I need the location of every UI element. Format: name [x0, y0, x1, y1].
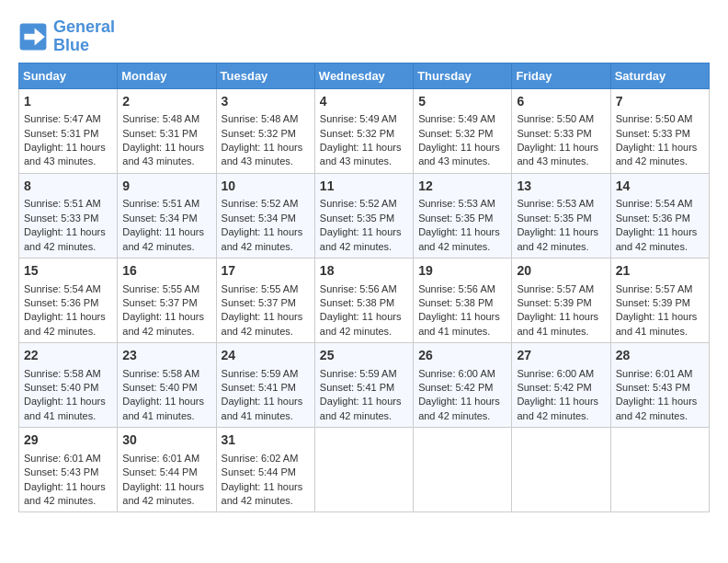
sunrise-text: Sunrise: 5:56 AM	[418, 283, 495, 294]
calendar-header-tuesday: Tuesday	[216, 63, 314, 88]
sunrise-text: Sunrise: 6:01 AM	[616, 368, 693, 379]
calendar-week-row: 1Sunrise: 5:47 AMSunset: 5:31 PMDaylight…	[19, 88, 710, 173]
daylight-text: Daylight: 11 hours and 42 minutes.	[517, 396, 598, 420]
daylight-text: Daylight: 11 hours and 41 minutes.	[222, 396, 303, 420]
sunset-text: Sunset: 5:36 PM	[24, 297, 98, 308]
sunrise-text: Sunrise: 5:52 AM	[222, 198, 299, 209]
sunrise-text: Sunrise: 5:55 AM	[222, 283, 299, 294]
calendar-cell: 20Sunrise: 5:57 AMSunset: 5:39 PMDayligh…	[512, 258, 610, 342]
sunset-text: Sunset: 5:31 PM	[122, 128, 197, 139]
calendar-header-saturday: Saturday	[610, 63, 709, 88]
sunrise-text: Sunrise: 5:54 AM	[24, 283, 101, 294]
day-number: 16	[122, 262, 210, 281]
sunset-text: Sunset: 5:39 PM	[517, 297, 591, 308]
daylight-text: Daylight: 11 hours and 41 minutes.	[122, 396, 204, 420]
day-number: 14	[616, 178, 704, 196]
sunrise-text: Sunrise: 5:49 AM	[418, 113, 495, 124]
calendar-week-row: 22Sunrise: 5:58 AMSunset: 5:40 PMDayligh…	[19, 343, 710, 428]
sunrise-text: Sunrise: 5:58 AM	[122, 368, 199, 379]
sunrise-text: Sunrise: 5:50 AM	[517, 113, 594, 124]
day-number: 12	[418, 178, 506, 196]
day-number: 27	[517, 347, 605, 365]
sunrise-text: Sunrise: 5:53 AM	[418, 198, 495, 209]
sunset-text: Sunset: 5:39 PM	[616, 297, 690, 308]
calendar-cell: 13Sunrise: 5:53 AMSunset: 5:35 PMDayligh…	[512, 173, 610, 258]
sunset-text: Sunset: 5:42 PM	[517, 382, 591, 393]
day-number: 20	[517, 262, 605, 281]
day-number: 13	[517, 178, 605, 196]
daylight-text: Daylight: 11 hours and 41 minutes.	[517, 311, 598, 336]
sunset-text: Sunset: 5:33 PM	[616, 128, 690, 139]
sunset-text: Sunset: 5:35 PM	[517, 213, 591, 224]
calendar-header-thursday: Thursday	[414, 63, 512, 88]
sunrise-text: Sunrise: 5:57 AM	[517, 283, 594, 294]
sunrise-text: Sunrise: 5:51 AM	[122, 198, 199, 209]
calendar-cell: 22Sunrise: 5:58 AMSunset: 5:40 PMDayligh…	[19, 343, 118, 428]
sunset-text: Sunset: 5:36 PM	[616, 213, 690, 224]
calendar-table: SundayMondayTuesdayWednesdayThursdayFrid…	[18, 63, 710, 513]
sunrise-text: Sunrise: 6:00 AM	[418, 368, 495, 379]
sunrise-text: Sunrise: 5:55 AM	[122, 283, 199, 294]
day-number: 4	[320, 93, 408, 111]
sunrise-text: Sunrise: 6:00 AM	[517, 368, 594, 379]
sunrise-text: Sunrise: 5:56 AM	[320, 283, 397, 294]
calendar-cell: 26Sunrise: 6:00 AMSunset: 5:42 PMDayligh…	[414, 343, 512, 428]
sunrise-text: Sunrise: 6:01 AM	[24, 453, 101, 464]
calendar-cell: 11Sunrise: 5:52 AMSunset: 5:35 PMDayligh…	[314, 173, 413, 258]
sunset-text: Sunset: 5:31 PM	[24, 128, 98, 139]
sunset-text: Sunset: 5:32 PM	[418, 128, 493, 139]
day-number: 2	[122, 93, 210, 111]
day-number: 28	[616, 347, 704, 365]
daylight-text: Daylight: 11 hours and 42 minutes.	[222, 226, 303, 251]
daylight-text: Daylight: 11 hours and 42 minutes.	[24, 226, 106, 251]
daylight-text: Daylight: 11 hours and 42 minutes.	[222, 481, 303, 506]
daylight-text: Daylight: 11 hours and 42 minutes.	[222, 311, 303, 336]
sunrise-text: Sunrise: 5:58 AM	[24, 368, 101, 379]
daylight-text: Daylight: 11 hours and 43 minutes.	[320, 142, 402, 167]
calendar-cell: 18Sunrise: 5:56 AMSunset: 5:38 PMDayligh…	[314, 258, 413, 342]
sunset-text: Sunset: 5:35 PM	[320, 213, 394, 224]
day-number: 11	[320, 178, 408, 196]
logo-icon	[18, 22, 48, 52]
sunset-text: Sunset: 5:33 PM	[24, 213, 98, 224]
sunset-text: Sunset: 5:33 PM	[517, 128, 591, 139]
sunset-text: Sunset: 5:43 PM	[24, 466, 98, 477]
sunrise-text: Sunrise: 6:01 AM	[122, 453, 199, 464]
calendar-cell: 1Sunrise: 5:47 AMSunset: 5:31 PMDaylight…	[19, 88, 118, 173]
sunset-text: Sunset: 5:44 PM	[122, 466, 197, 477]
day-number: 17	[222, 262, 310, 281]
day-number: 15	[24, 262, 112, 281]
day-number: 26	[418, 347, 506, 365]
daylight-text: Daylight: 11 hours and 42 minutes.	[122, 311, 204, 336]
day-number: 30	[122, 431, 210, 450]
calendar-cell: 6Sunrise: 5:50 AMSunset: 5:33 PMDaylight…	[512, 88, 610, 173]
sunrise-text: Sunrise: 6:02 AM	[222, 453, 299, 464]
sunset-text: Sunset: 5:32 PM	[320, 128, 394, 139]
sunset-text: Sunset: 5:40 PM	[24, 382, 98, 393]
calendar-cell: 28Sunrise: 6:01 AMSunset: 5:43 PMDayligh…	[610, 343, 709, 428]
day-number: 24	[222, 347, 310, 365]
calendar-cell: 24Sunrise: 5:59 AMSunset: 5:41 PMDayligh…	[216, 343, 314, 428]
logo-text: GeneralBlue	[53, 18, 115, 55]
sunrise-text: Sunrise: 5:48 AM	[122, 113, 199, 124]
sunset-text: Sunset: 5:34 PM	[122, 213, 197, 224]
sunrise-text: Sunrise: 5:54 AM	[616, 198, 693, 209]
sunset-text: Sunset: 5:41 PM	[222, 382, 296, 393]
sunrise-text: Sunrise: 5:49 AM	[320, 113, 397, 124]
calendar-cell: 21Sunrise: 5:57 AMSunset: 5:39 PMDayligh…	[610, 258, 709, 342]
header: GeneralBlue	[18, 18, 710, 55]
sunrise-text: Sunrise: 5:51 AM	[24, 198, 101, 209]
daylight-text: Daylight: 11 hours and 42 minutes.	[320, 396, 402, 420]
calendar-cell: 8Sunrise: 5:51 AMSunset: 5:33 PMDaylight…	[19, 173, 118, 258]
sunset-text: Sunset: 5:37 PM	[122, 297, 197, 308]
daylight-text: Daylight: 11 hours and 42 minutes.	[616, 142, 698, 167]
sunset-text: Sunset: 5:40 PM	[122, 382, 197, 393]
sunset-text: Sunset: 5:37 PM	[222, 297, 296, 308]
daylight-text: Daylight: 11 hours and 42 minutes.	[616, 226, 698, 251]
calendar-cell: 4Sunrise: 5:49 AMSunset: 5:32 PMDaylight…	[314, 88, 413, 173]
day-number: 29	[24, 431, 112, 450]
calendar-cell: 14Sunrise: 5:54 AMSunset: 5:36 PMDayligh…	[610, 173, 709, 258]
calendar-cell: 19Sunrise: 5:56 AMSunset: 5:38 PMDayligh…	[414, 258, 512, 342]
daylight-text: Daylight: 11 hours and 43 minutes.	[517, 142, 598, 167]
daylight-text: Daylight: 11 hours and 42 minutes.	[122, 481, 204, 506]
